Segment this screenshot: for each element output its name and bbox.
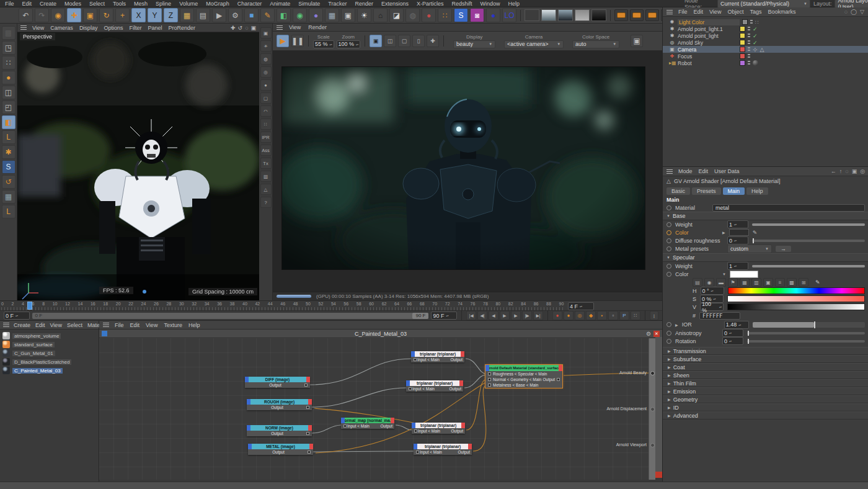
object-row[interactable]: ▸▦ Robot xyxy=(663,60,868,66)
undo-dim-icon[interactable]: ▩ xyxy=(2,26,16,40)
ipr-pause-button[interactable]: ❚❚ xyxy=(291,35,304,47)
light-icon[interactable]: ☀ xyxy=(260,40,272,52)
node-menu-item[interactable]: Help xyxy=(188,322,200,328)
apply-preset-button[interactable]: → xyxy=(776,246,791,252)
prev-key-button[interactable]: ◀| xyxy=(477,311,487,320)
lock-icon[interactable]: ▣ xyxy=(852,168,857,174)
lo-plugin-icon[interactable]: LO xyxy=(502,8,516,22)
specular-color-swatch[interactable] xyxy=(730,271,758,278)
help-icon[interactable]: ? xyxy=(260,197,272,208)
displacement-port[interactable] xyxy=(650,407,655,411)
collapsed-section-header[interactable]: ▶Thin Film xyxy=(663,379,868,387)
material-row[interactable]: C_Gun_Metal_01 xyxy=(2,349,99,357)
object-row[interactable]: ▣ Camera ⊹ △ xyxy=(663,46,868,53)
flush-cache-icon[interactable]: ▥ xyxy=(260,171,272,182)
z-axis-lock-icon[interactable]: Z xyxy=(164,8,178,22)
autokey-button[interactable]: ● xyxy=(564,311,574,320)
rendered-image[interactable] xyxy=(282,67,645,269)
cone-tag-icon[interactable]: △ xyxy=(760,47,764,53)
layer-color-swatch[interactable] xyxy=(740,60,745,66)
value-gradient-slider[interactable] xyxy=(727,303,865,310)
xpresso-icon[interactable]: ▦ xyxy=(325,8,339,22)
arnold-toolbar-button[interactable] xyxy=(630,9,644,21)
object-row[interactable]: ✺ Light Color ∷ xyxy=(663,19,868,25)
frame-range-slider[interactable]: 0 F 90 F xyxy=(32,313,429,319)
node-menu-item[interactable]: File xyxy=(115,322,124,328)
deformer-icon[interactable]: ◉ xyxy=(293,8,307,22)
search-icon[interactable]: ◌ xyxy=(844,9,848,15)
input-port[interactable] xyxy=(343,424,347,428)
aov-dots-icon[interactable]: ∷ xyxy=(260,119,272,130)
viewport-scene[interactable] xyxy=(17,32,259,301)
object-row[interactable]: ✱ Arnold point_light ✓ xyxy=(663,32,868,39)
layer-color-swatch[interactable] xyxy=(740,47,745,52)
tab-basic[interactable]: Basic xyxy=(666,187,690,195)
node-triplanar-2[interactable]: triplanar (triplanar) Input < MainOutput xyxy=(406,380,463,392)
enabled-check-icon[interactable]: ✓ xyxy=(753,26,758,32)
ior-spinner[interactable]: 1.48▴▾ xyxy=(724,321,749,329)
output-port[interactable] xyxy=(306,432,309,435)
live-selection-icon[interactable]: ◉ xyxy=(51,8,65,22)
object-row[interactable]: ✱ Arnold point_light.1 ✓ xyxy=(663,25,868,32)
om-menu-item[interactable]: Tags xyxy=(750,9,761,15)
menu-item[interactable]: Tools xyxy=(113,1,126,7)
om-menu-item[interactable]: Object xyxy=(727,9,743,15)
pan-icon[interactable]: ✚ xyxy=(231,25,236,31)
color-wheel-icon[interactable]: ◉ xyxy=(704,278,714,287)
expand-arrow-icon[interactable]: ▶ xyxy=(722,230,725,235)
specular-weight-slider[interactable] xyxy=(752,265,865,267)
enabled-check-icon[interactable]: ✓ xyxy=(753,40,758,46)
color-presets-icon[interactable]: ⊞ xyxy=(799,278,808,287)
menu-item[interactable]: Redshift xyxy=(452,1,472,7)
render-menu-item[interactable]: Render xyxy=(308,24,327,30)
keyframe-dot[interactable] xyxy=(666,272,671,277)
dome-icon[interactable]: ◠ xyxy=(260,105,272,117)
range-end-handle[interactable]: 90 F xyxy=(412,313,428,319)
panel-menu-icon[interactable] xyxy=(666,10,673,14)
maximize-icon[interactable]: ▣ xyxy=(250,25,256,31)
anisotropy-slider[interactable] xyxy=(747,332,865,334)
ipr-button[interactable]: IPR xyxy=(260,132,272,143)
scale-spinner[interactable]: 55 %▴▾ xyxy=(313,40,334,48)
snap-icon[interactable]: ✱ xyxy=(2,145,16,159)
weight-spinner[interactable]: 1▴▾ xyxy=(727,220,748,228)
plugin-dim-icon[interactable]: ◍ xyxy=(405,8,420,22)
redshift-icon[interactable]: ∷ xyxy=(438,8,452,22)
layer-color-swatch[interactable] xyxy=(742,19,748,25)
keyframe-panel-button[interactable]: ⁝ xyxy=(650,311,658,320)
plugin-blue-icon[interactable]: ● xyxy=(486,8,500,22)
node-rough-image[interactable]: ROUGH (image) Output xyxy=(247,399,312,410)
xparticles-icon[interactable]: ● xyxy=(422,8,436,22)
om-menu-item[interactable]: View xyxy=(709,9,721,15)
node-triplanar-1[interactable]: triplanar (triplanar) Input < MainOutput xyxy=(411,351,464,362)
color-mixer-icon[interactable]: ≡ xyxy=(775,278,785,287)
next-key-button[interactable]: |▶ xyxy=(522,311,532,320)
prev-frame-button[interactable]: ◀ xyxy=(489,311,498,320)
node-editor-scrollbar[interactable] xyxy=(655,337,662,478)
tab-main[interactable]: Main xyxy=(723,187,745,195)
ab-compare-icon[interactable]: ◫ xyxy=(384,35,396,47)
collapsed-section-header[interactable]: ▶Sheen xyxy=(663,371,868,379)
menu-item[interactable]: Modes xyxy=(64,1,81,7)
tab-presets[interactable]: Presets xyxy=(692,187,721,195)
color-rgb-icon[interactable]: ▦ xyxy=(740,278,750,287)
uv-tiles-icon[interactable]: ▦ xyxy=(2,190,16,204)
render-active-icon[interactable]: ▶ xyxy=(212,8,226,22)
collapsed-section-header[interactable]: ▶Emission xyxy=(663,387,868,395)
input-port[interactable] xyxy=(414,358,417,361)
light-icon[interactable]: ☀ xyxy=(357,8,371,22)
camera-select[interactable]: <active camera>▼ xyxy=(504,40,564,48)
hue-gradient-slider[interactable] xyxy=(728,287,866,294)
arnold-toolbar-button[interactable] xyxy=(645,9,659,21)
menu-item[interactable]: Window xyxy=(480,1,500,7)
spline-pen-icon[interactable]: ✎ xyxy=(260,8,275,22)
panel-menu-icon[interactable] xyxy=(277,25,283,30)
menu-item[interactable]: Volume xyxy=(179,1,198,7)
teapot-icon[interactable]: △ xyxy=(260,184,272,195)
node-canvas[interactable]: DIFF (image) Output ROUGH (image) Output… xyxy=(99,338,655,480)
diffuse-roughness-slider[interactable] xyxy=(752,240,865,242)
current-frame-spinner[interactable]: 4 F▴▾ xyxy=(568,302,594,310)
output-port[interactable] xyxy=(308,451,311,454)
keyframe-dot[interactable] xyxy=(666,230,671,235)
viewport-menu-item[interactable]: Filter xyxy=(129,25,141,31)
